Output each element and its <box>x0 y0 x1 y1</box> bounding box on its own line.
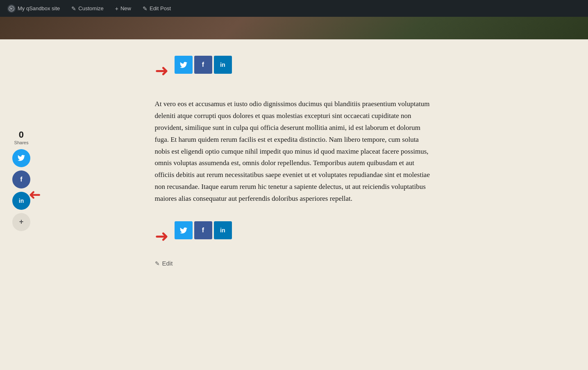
linkedin-in-icon: in <box>19 197 24 204</box>
top-facebook-button[interactable]: f <box>194 56 212 74</box>
main-content: ➜ f in At vero eos et accusamus et iusto… <box>147 56 442 267</box>
top-linkedin-in-icon: in <box>220 61 225 68</box>
page-content: 0 Shares f in + ➜ ➜ <box>0 39 588 370</box>
new-item[interactable]: + New <box>113 4 134 14</box>
edit-post-label: Edit Post <box>150 5 171 11</box>
customize-item[interactable]: ✎ Customize <box>69 4 106 14</box>
edit-link[interactable]: ✎ Edit <box>155 260 434 267</box>
sidebar-twitter-button[interactable] <box>12 149 30 167</box>
wordpress-logo-icon: W <box>7 5 16 13</box>
bottom-facebook-f-icon: f <box>202 227 204 234</box>
more-icon: + <box>19 218 24 226</box>
edit-link-label: Edit <box>162 260 173 267</box>
top-facebook-f-icon: f <box>202 61 204 68</box>
admin-bar: W My qSandbox site ✎ Customize + New ✎ E… <box>0 0 588 17</box>
share-count-number: 0 <box>14 129 29 140</box>
sidebar-facebook-button[interactable]: f <box>12 170 30 188</box>
arrow-to-top-share: ➜ <box>155 63 169 79</box>
customize-label: Customize <box>78 5 103 11</box>
facebook-f-icon: f <box>20 176 22 183</box>
hero-image-strip <box>0 17 588 39</box>
sidebar-linkedin-button[interactable]: in <box>12 192 30 210</box>
bottom-linkedin-button[interactable]: in <box>214 221 232 239</box>
svg-text:W: W <box>10 7 13 10</box>
new-label: New <box>120 5 131 11</box>
article-body-text: At vero eos et accusamus et iusto odio d… <box>155 98 434 205</box>
edit-post-item[interactable]: ✎ Edit Post <box>140 4 173 14</box>
sidebar-share-widget: 0 Shares f in + <box>12 129 30 231</box>
bottom-linkedin-in-icon: in <box>220 227 225 234</box>
arrow-to-bottom-share: ➜ <box>155 228 169 245</box>
admin-bar-logo[interactable]: W My qSandbox site <box>5 3 62 14</box>
bottom-share-area: ➜ f in <box>155 221 434 252</box>
sidebar-more-button[interactable]: + <box>12 213 30 231</box>
edit-icon: ✎ <box>143 5 148 12</box>
bottom-facebook-button[interactable]: f <box>194 221 212 239</box>
top-twitter-button[interactable] <box>175 56 193 74</box>
customize-icon: ✎ <box>71 5 76 12</box>
bottom-inline-share-bar: f in <box>175 221 232 239</box>
top-linkedin-button[interactable]: in <box>214 56 232 74</box>
shares-label: Shares <box>14 140 29 145</box>
site-name: My qSandbox site <box>18 5 60 11</box>
edit-pencil-icon: ✎ <box>155 260 160 267</box>
share-count-display: 0 Shares <box>14 129 29 146</box>
arrow-pointing-to-sidebar: ➜ <box>29 186 41 203</box>
top-share-area: ➜ f in <box>155 56 434 86</box>
bottom-twitter-button[interactable] <box>175 221 193 239</box>
plus-icon: + <box>115 5 118 12</box>
top-inline-share-bar: f in <box>175 56 232 74</box>
